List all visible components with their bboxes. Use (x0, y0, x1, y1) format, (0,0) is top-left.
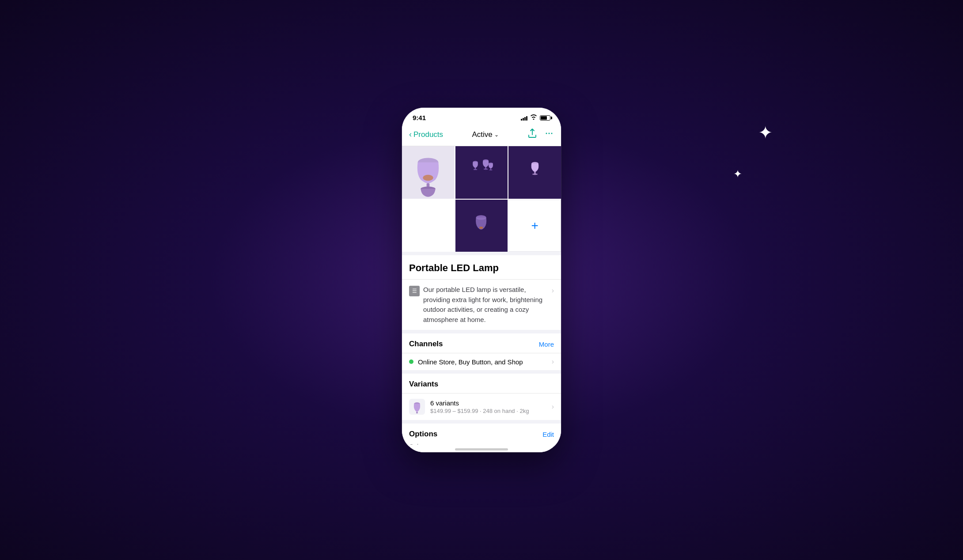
channels-store-text: Online Store, Buy Button, and Shop (418, 358, 547, 366)
main-product-image[interactable] (402, 146, 455, 199)
back-arrow-icon: ‹ (409, 130, 412, 139)
phone-mockup: 9:41 ‹ Products (402, 108, 561, 452)
description-chevron-icon: › (552, 287, 554, 295)
share-icon[interactable] (527, 129, 537, 140)
variant-price: $149.99 – $159.99 (430, 408, 478, 414)
channels-title: Channels (409, 340, 443, 348)
svg-rect-22 (416, 412, 417, 413)
svg-point-6 (423, 175, 433, 181)
options-section: Options Edit Color Purple Black White Gr… (402, 424, 561, 445)
nav-status[interactable]: Active ⌄ (472, 130, 498, 139)
product-title: Portable LED Lamp (402, 255, 561, 274)
options-header: Options Edit (402, 424, 561, 443)
svg-point-0 (546, 133, 547, 134)
svg-point-12 (484, 169, 488, 170)
variants-title: Variants (409, 380, 438, 389)
status-bar: 9:41 (402, 108, 561, 125)
variant-info: 6 variants $149.99 – $159.99 · 248 on ha… (430, 399, 546, 414)
star-decoration-small (733, 168, 742, 180)
battery-icon (540, 115, 550, 121)
product-thumb-2[interactable] (508, 146, 561, 199)
plus-icon: + (531, 219, 538, 233)
description-icon (409, 286, 420, 296)
star-decoration-large (758, 124, 773, 141)
variants-chevron-icon: › (552, 403, 554, 411)
svg-point-2 (551, 133, 552, 134)
status-label: Active (472, 130, 492, 139)
channels-more-button[interactable]: More (539, 341, 554, 348)
navigation-bar: ‹ Products Active ⌄ (402, 125, 561, 146)
svg-point-15 (489, 170, 492, 170)
phone-screen: 9:41 ‹ Products (402, 108, 561, 452)
chevron-down-icon: ⌄ (494, 132, 499, 138)
svg-point-9 (474, 169, 478, 170)
options-title: Options (409, 430, 437, 439)
wifi-icon (530, 114, 537, 121)
nav-back[interactable]: ‹ Products (409, 130, 443, 139)
status-time: 9:41 (413, 114, 426, 121)
variant-weight: 2kg (519, 408, 529, 414)
nav-actions (527, 129, 554, 140)
variants-header: Variants (402, 374, 561, 393)
variant-detail: $149.99 – $159.99 · 248 on hand · 2kg (430, 408, 546, 414)
home-indicator (402, 445, 561, 452)
add-image-button[interactable]: + (508, 200, 561, 252)
signal-bars-icon (521, 115, 527, 121)
status-icons (521, 114, 550, 121)
variants-row[interactable]: 6 variants $149.99 – $159.99 · 248 on ha… (402, 393, 561, 420)
options-edit-button[interactable]: Edit (542, 431, 554, 438)
more-icon[interactable] (544, 129, 554, 140)
active-status-dot (409, 359, 413, 364)
svg-point-20 (479, 227, 483, 229)
svg-point-18 (532, 174, 538, 175)
variant-thumbnail (409, 399, 425, 415)
image-gallery: + (402, 146, 561, 252)
channels-chevron-icon: › (552, 358, 554, 366)
back-label[interactable]: Products (413, 130, 443, 139)
content-area: + Portable LED Lamp Our portable LED lam… (402, 146, 561, 445)
channels-row[interactable]: Online Store, Buy Button, and Shop › (402, 353, 561, 370)
product-thumb-3[interactable] (455, 200, 508, 252)
product-info-section: Portable LED Lamp Our portable LED lamp … (402, 255, 561, 330)
svg-point-1 (548, 133, 550, 134)
home-bar (455, 448, 508, 450)
product-description-row[interactable]: Our portable LED lamp is versatile, prov… (402, 279, 561, 330)
product-thumb-1[interactable] (455, 146, 508, 199)
channels-section: Channels More Online Store, Buy Button, … (402, 333, 561, 370)
variant-stock: 248 on hand (483, 408, 515, 414)
product-description: Our portable LED lamp is versatile, prov… (423, 285, 548, 325)
variant-count: 6 variants (430, 399, 546, 407)
channels-header: Channels More (402, 333, 561, 353)
variants-section: Variants 6 variants $149.99 – $159.99 (402, 374, 561, 420)
